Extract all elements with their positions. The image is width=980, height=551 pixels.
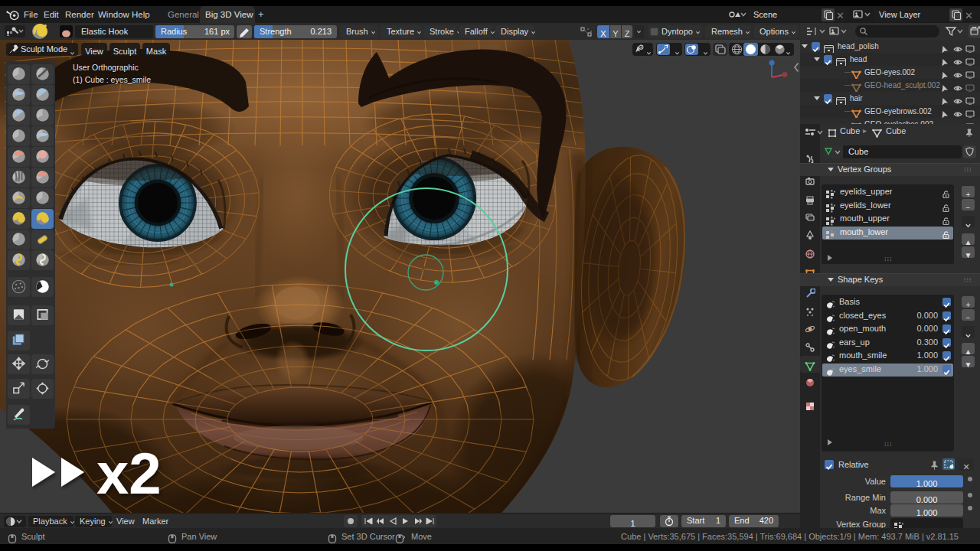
svg-text:x2: x2 [96,441,162,506]
